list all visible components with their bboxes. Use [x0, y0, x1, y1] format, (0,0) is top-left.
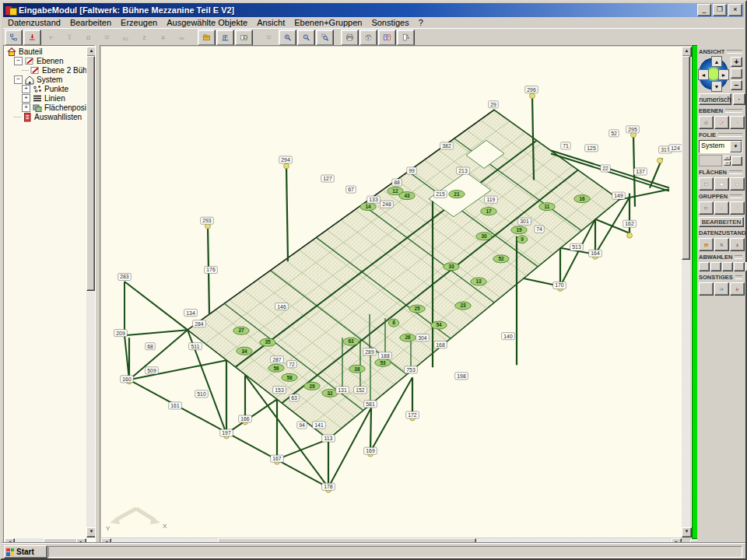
buch-pruefen-button[interactable]: [235, 30, 253, 46]
tree-item-ebenen[interactable]: −Ebenen: [5, 56, 86, 65]
svg-text:Z: Z: [143, 35, 146, 40]
element-badge: 25: [409, 305, 425, 313]
svg-text:23: 23: [460, 303, 466, 308]
start-label: Start: [16, 548, 34, 556]
zoom-fenster-button[interactable]: [316, 30, 334, 46]
sonstiges-seite-button: [699, 282, 714, 296]
drucken-button[interactable]: [341, 30, 359, 46]
folder-icon: [203, 31, 210, 44]
svg-text:162: 162: [625, 221, 634, 226]
menu-item-bearbeiten[interactable]: Bearbeiten: [65, 18, 116, 27]
svg-text:54: 54: [436, 322, 442, 327]
tree-vertical-scrollbar[interactable]: ▲ ▼: [86, 47, 95, 537]
sonstiges-nummern-button[interactable]: 123: [730, 282, 745, 296]
menu-item-datenzustand[interactable]: Datenzustand: [3, 18, 65, 27]
save-view-button[interactable]: [733, 93, 745, 105]
rotate-up-icon[interactable]: ▲: [711, 56, 722, 67]
svg-text:295: 295: [628, 127, 637, 132]
start-button[interactable]: Start: [4, 545, 47, 558]
svg-text:131: 131: [338, 387, 347, 393]
redpen-icon: [720, 117, 724, 128]
view-diagonal-button[interactable]: [731, 68, 742, 79]
svg-text:71: 71: [563, 143, 569, 149]
expand-box-icon[interactable]: +: [22, 94, 30, 103]
rotate-down-icon[interactable]: ▼: [711, 81, 722, 92]
svg-text:58: 58: [286, 375, 293, 380]
flaeche-umriss-button[interactable]: [714, 177, 729, 191]
menu-item-ansicht[interactable]: Ansicht: [252, 18, 289, 27]
minimize-button[interactable]: _: [697, 4, 711, 16]
canvas-vertical-scrollbar[interactable]: ▲ ▼: [682, 47, 690, 537]
flaeche-gefuellt-button[interactable]: [699, 177, 714, 191]
ebene-bearbeiten-button[interactable]: [714, 116, 729, 129]
tree-vscroll-thumb[interactable]: [86, 56, 95, 291]
svg-text:209: 209: [116, 331, 125, 336]
svg-text:289: 289: [365, 349, 374, 355]
node-label: 67: [346, 186, 356, 193]
zoom-plus-button[interactable]: +: [731, 57, 742, 67]
sonstiges-ansicht-button[interactable]: [714, 282, 729, 296]
title-bar[interactable]: EingabeModul [Faltwerk: Bühne Mezzanine …: [3, 3, 744, 17]
element-badge: 21: [449, 191, 465, 198]
svg-text:198: 198: [457, 373, 466, 379]
expand-box-icon[interactable]: +: [22, 103, 30, 112]
bearbeiten-button[interactable]: BEARBEITEN: [699, 217, 744, 227]
din-button: DIN: [173, 30, 191, 46]
datenzustand-pruefen-button[interactable]: [714, 238, 729, 251]
numerisch-button[interactable]: numerisch: [699, 93, 731, 105]
tree-item-punkte[interactable]: +Punkte: [5, 84, 86, 93]
svg-text:146: 146: [277, 304, 286, 310]
svg-text:169: 169: [366, 448, 375, 453]
rotate-right-icon[interactable]: ►: [718, 69, 729, 80]
datenzustand-flow-button[interactable]: [5, 30, 23, 46]
neu-button[interactable]: neu: [23, 30, 41, 46]
expand-box-icon[interactable]: +: [22, 85, 30, 93]
collapse-box-icon[interactable]: −: [14, 75, 23, 84]
buecher-button[interactable]: [378, 30, 396, 46]
menu-item-sonstiges[interactable]: Sonstiges: [366, 18, 413, 27]
flaeche-kombiniert-button[interactable]: [730, 177, 745, 191]
rotate-left-icon[interactable]: ◄: [698, 69, 709, 80]
tree-item-auswahllisten[interactable]: Auswahllisten: [5, 112, 86, 121]
node-label: 71: [561, 142, 570, 149]
svg-text:164: 164: [591, 250, 600, 256]
beenden-button[interactable]: [397, 30, 415, 46]
svg-text:∏△: ∏△: [123, 37, 129, 41]
menu-item-erzeugen[interactable]: Erzeugen: [116, 18, 162, 27]
datenzustand-stempel-button[interactable]: [730, 238, 745, 251]
folie-dropdown-value: System: [700, 141, 730, 152]
chevron-down-icon[interactable]: ▼: [730, 141, 742, 152]
collapse-box-icon[interactable]: −: [14, 57, 23, 65]
pillar-icon: [66, 31, 73, 44]
scroll-down-icon[interactable]: ▼: [682, 527, 692, 537]
tree-item-bauteil[interactable]: Bauteil: [5, 47, 86, 56]
folie-dropdown[interactable]: System▼: [699, 140, 742, 153]
maximize-button[interactable]: ❐: [713, 4, 727, 16]
zoom-out-button[interactable]: [297, 30, 315, 46]
svg-text:293: 293: [202, 218, 212, 223]
kran-button[interactable]: [216, 30, 234, 46]
view-rotate-control[interactable]: ▲▼◄►: [699, 57, 728, 91]
tree-item-system[interactable]: −System: [5, 75, 86, 84]
sub-folie-dropdown: [699, 155, 722, 166]
ansicht-pinsel-button[interactable]: [359, 30, 377, 46]
tree-item-label: Flächenpositione: [44, 103, 86, 112]
tree-item-flächenpositione[interactable]: +Flächenpositione: [5, 103, 86, 112]
menu-item-ausgew-hlte-objekte[interactable]: Ausgewählte Objekte: [162, 18, 252, 27]
gruppe-flaechen-button[interactable]: [699, 201, 714, 215]
canvas-vscroll-thumb[interactable]: [682, 56, 690, 260]
zoom-minus-button[interactable]: −: [731, 80, 742, 90]
open-folder-button[interactable]: [198, 30, 216, 46]
close-button[interactable]: ×: [728, 4, 742, 16]
zoom-in-button[interactable]: [279, 30, 296, 46]
svg-text:137: 137: [636, 169, 645, 174]
tree-item-ebene-2-bühne[interactable]: Ebene 2 Bühne: [5, 65, 86, 75]
menu-item-ebenen-gruppen[interactable]: Ebenen+Gruppen: [289, 18, 366, 27]
datenzustand-laden-button[interactable]: [699, 238, 714, 251]
pagegray-icon: [704, 284, 708, 295]
tree-item-linien[interactable]: +Linien: [5, 93, 86, 103]
model-canvas[interactable]: 2735345658293238532654231352963825333014…: [101, 47, 682, 537]
ebene-poly-button[interactable]: [699, 116, 714, 129]
menu-item--[interactable]: ?: [414, 18, 428, 27]
taskbar-tray[interactable]: [48, 546, 742, 558]
